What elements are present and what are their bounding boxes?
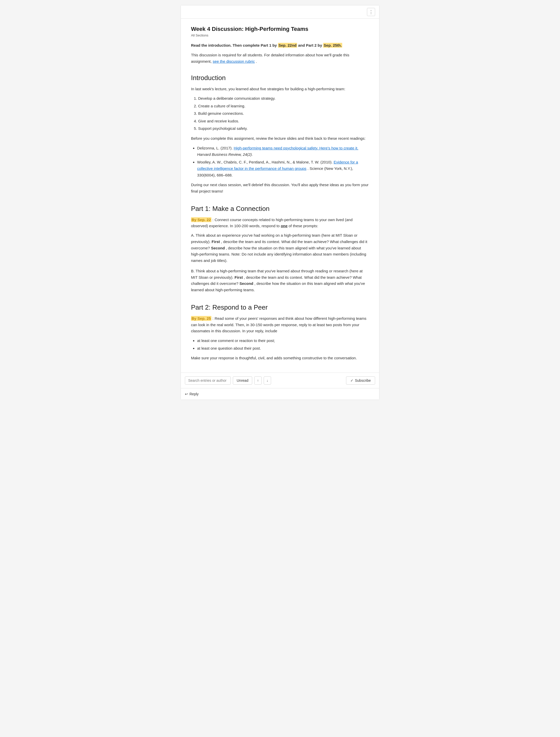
list-item: Woolley, A. W., Chabris, C. F., Pentland… xyxy=(197,159,369,179)
sections-label: All Sections xyxy=(191,33,369,37)
page-wrapper: ⋮ Week 4 Discussion: High-Performing Tea… xyxy=(181,5,379,400)
reading1-link[interactable]: High-performing teams need psychological… xyxy=(234,146,358,150)
list-item: Build genuine connections. xyxy=(198,110,369,117)
part1-heading: Part 1: Make a Connection xyxy=(191,205,369,213)
intro-block: Read the introduction. Then complete Par… xyxy=(191,42,369,48)
reply-bar: ↩ Reply xyxy=(181,388,379,400)
rubric-link[interactable]: see the discussion rubric xyxy=(213,59,255,63)
list-item: at least one comment or reaction to thei… xyxy=(197,337,369,344)
content-area: Week 4 Discussion: High-Performing Teams… xyxy=(181,19,379,373)
download-icon: ↓ xyxy=(266,378,268,383)
upload-icon: ↑ xyxy=(257,378,259,383)
subscribe-button[interactable]: ✓ Subscribe xyxy=(346,376,375,385)
part1-date: By Sep. 22 xyxy=(191,217,211,222)
intro-paragraph: This discussion is required for all stud… xyxy=(191,52,369,65)
readings-list: Delizonna, L. (2017). High-performing te… xyxy=(197,145,369,179)
part2-intro: By Sep. 25 : Read some of your peers' re… xyxy=(191,315,369,334)
prompt-b: B. Think about a high-performing team th… xyxy=(191,268,369,293)
intro-p3: During our next class session, we'll deb… xyxy=(191,182,369,195)
top-bar: ⋮ xyxy=(181,5,379,19)
strategies-list: Develop a deliberate communication strat… xyxy=(198,95,369,132)
part1-one: one xyxy=(281,224,288,228)
list-item: Develop a deliberate communication strat… xyxy=(198,95,369,102)
list-item: Give and receive kudos. xyxy=(198,118,369,124)
bottom-toolbar: Unread ↑ ↓ ✓ Subscribe xyxy=(181,373,379,388)
part2-bullets: at least one comment or reaction to thei… xyxy=(197,337,369,351)
list-item: Support psychological safety. xyxy=(198,125,369,132)
search-input[interactable] xyxy=(185,376,231,385)
list-item: Create a culture of learning. xyxy=(198,103,369,109)
page-title: Week 4 Discussion: High-Performing Teams xyxy=(191,26,369,32)
list-item: Delizonna, L. (2017). High-performing te… xyxy=(197,145,369,158)
intro-p2: Before you complete this assignment, rev… xyxy=(191,135,369,142)
reply-button[interactable]: ↩ Reply xyxy=(185,392,199,396)
intro-bold-text: Read the introduction. Then complete Par… xyxy=(191,43,277,47)
download-button[interactable]: ↓ xyxy=(264,376,271,385)
prompt-a: A. Think about an experience you've had … xyxy=(191,232,369,264)
list-item: at least one question about their post. xyxy=(197,345,369,352)
part2-p2: Make sure your response is thoughtful, c… xyxy=(191,355,369,361)
date1-highlight: Sep. 22nd xyxy=(278,43,297,48)
reply-arrow-icon: ↩ xyxy=(185,392,188,396)
more-options-icon[interactable]: ⋮ xyxy=(367,8,375,16)
introduction-heading: Introduction xyxy=(191,74,369,82)
upload-button[interactable]: ↑ xyxy=(254,376,262,385)
intro-p1: In last week's lecture, you learned abou… xyxy=(191,86,369,92)
part2-heading: Part 2: Respond to a Peer xyxy=(191,303,369,311)
check-icon: ✓ xyxy=(350,378,353,383)
intro-bold-text2: and Part 2 by xyxy=(298,43,322,47)
part2-date: By Sep. 25 xyxy=(191,316,211,321)
date2-highlight: Sep. 25th. xyxy=(323,43,342,48)
unread-button[interactable]: Unread xyxy=(233,376,252,385)
part1-intro: By Sep. 22 : Connect course concepts rel… xyxy=(191,217,369,230)
